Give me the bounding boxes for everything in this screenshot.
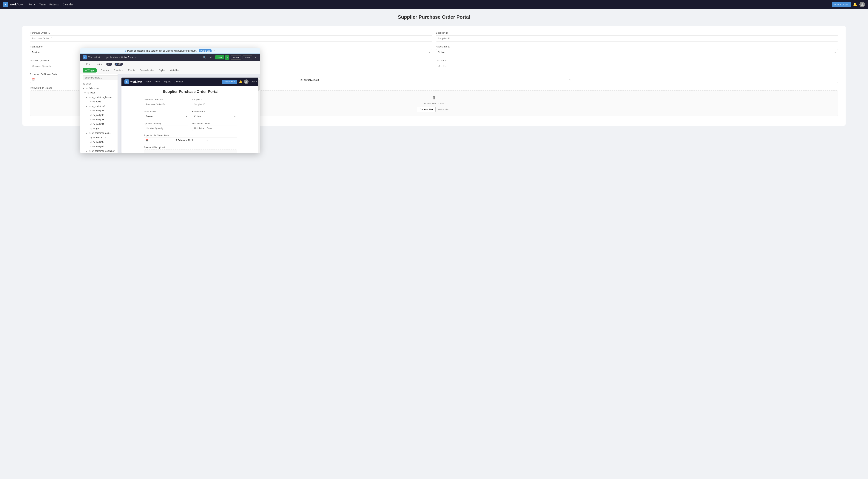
raw-material-label: Raw Material [436,45,838,48]
tree-label-widget1: w_widget1 [93,109,104,112]
purchase-order-id-input[interactable] [30,35,432,41]
container9-icon: ⊞ [88,104,91,108]
menu-button[interactable]: ≡ [254,55,257,60]
unit-price-input[interactable] [436,63,838,69]
outer-page-title: Supplier Purchase Order Portal [0,9,868,24]
tree-label-widget2: w_widget2 [93,114,104,116]
tree-item-w-widget6[interactable]: </> w_widget6 [80,144,118,149]
inner-nav-right: + New Order 🔔 1924 ▾ [222,80,257,84]
inner-updated-quantity-input[interactable] [144,126,189,131]
inner-unit-price-group: Unit Price in Euro [192,122,237,131]
arrow-header: ▼ [86,96,88,98]
inner-bell-icon[interactable]: 🔔 [239,80,242,83]
builder-tabs: ⊞ Widget Queries Functions Events Depend… [80,67,260,74]
container-icon: ⊞ [85,87,88,90]
info-icon: ℹ [125,50,126,52]
breadcrumb-item-2[interactable]: public slate [106,56,118,59]
nav-link-calendar[interactable]: Calendar [63,3,73,6]
inner-supplier-id-input[interactable] [192,102,237,107]
favorite-icon[interactable]: ☆ [134,56,136,59]
version-num: 1 [110,63,111,65]
share-button[interactable]: Share [243,55,252,59]
builder-window: ℹ Public application: This version can b… [80,48,260,153]
breadcrumb-item-1[interactable]: Titan Industri... [88,56,103,59]
nav-link-team[interactable]: Team [39,3,45,6]
tab-events[interactable]: Events [126,67,137,73]
inner-file-upload-area: ⬆ Browse file to upload Choose File No f… [144,150,237,153]
supplier-id-input[interactable] [436,35,838,41]
help-menu-button[interactable]: Help ▾ [94,62,104,66]
inner-plant-name-select[interactable]: Boston [144,114,189,119]
builder-body: CANVAS ▶ ⊞ fullscreen ▼ ⊞ body [80,74,260,153]
bell-icon[interactable]: 🔔 [853,2,857,6]
inner-nav-calendar[interactable]: Calendar [174,80,183,83]
settings-button[interactable]: ⚙ [209,55,214,60]
inner-new-order-button[interactable]: + New Order [222,80,237,84]
search-button[interactable]: 🔍 [202,55,208,60]
tree-item-w-gap[interactable]: ⊞ w_gap [80,126,118,131]
scrollbar-track[interactable] [258,78,260,153]
arrow-body: ▼ [84,92,87,94]
search-container [80,74,118,82]
tree-item-body[interactable]: ▼ ⊞ body [80,90,118,95]
widget-search-input[interactable] [83,75,118,80]
tree-item-w-text1[interactable]: </> w_text1 [80,99,118,104]
widget-toggle-button[interactable]: ⊞ Widget [83,68,97,72]
public-app-banner: ℹ Public application: This version can b… [80,48,260,54]
tab-variables[interactable]: Variables [168,67,181,73]
inner-logo: workflow [124,80,142,84]
banner-close-button[interactable]: × [214,49,215,52]
tree-item-w-container-acti[interactable]: ▼ ⊞ w_container_acti... [80,131,118,135]
tab-styles[interactable]: Styles [157,67,167,73]
builder-topbar: T Titan Industri... › public slate › Ord… [80,54,260,61]
tree-item-w-widget1[interactable]: </> w_widget1 [80,109,118,113]
logo-icon [3,2,8,7]
inner-date-value: 2 February, 2023 [176,139,205,142]
outer-navbar: workflow Portal Team Projects Calendar +… [0,0,868,9]
unit-price-label: Unit Price [436,59,838,62]
tree-item-w-container9[interactable]: ▼ ⊞ w_container9 [80,104,118,109]
tree-item-w-container-header[interactable]: ▼ ⊞ w_container_header [80,95,118,99]
file-menu-button[interactable]: File ▾ [83,62,92,66]
new-order-button[interactable]: + New Order [832,2,851,7]
avatar[interactable] [859,2,865,7]
tab-dependencies[interactable]: Dependencies [137,67,156,73]
tree-item-w-widget5[interactable]: </> w_widget5 [80,140,118,144]
inner-date-field[interactable]: 📅 2 February, 2023 × [144,138,237,143]
raw-material-select[interactable]: Cotton [436,49,838,55]
inner-purchase-order-input[interactable] [144,102,189,107]
nav-link-portal[interactable]: Portal [29,3,35,6]
inner-form-row-4: Expected Fulfilment Date 📅 2 February, 2… [144,134,237,143]
inner-nav-portal[interactable]: Portal [146,80,151,83]
inner-nav-team[interactable]: Team [154,80,160,83]
tree-item-w-widget2[interactable]: </> w_widget2 [80,113,118,117]
choose-file-button[interactable]: Choose File [417,107,435,112]
svg-marker-0 [5,4,6,5]
tab-functions[interactable]: Functions [111,67,125,73]
tree-item-w-widget4[interactable]: </> w_widget4 [80,122,118,126]
topbar-right: 🔍 ⚙ Save ▾ View ▶ Share ≡ [202,55,257,60]
save-dropdown-button[interactable]: ▾ [225,55,229,60]
inner-avatar[interactable] [244,80,249,84]
tree-item-fullscreen[interactable]: ▶ ⊞ fullscreen [80,86,118,90]
tree-item-w-container-container[interactable]: ▼ ⊞ w_container_container [80,149,118,153]
view-button[interactable]: View ▶ [230,55,241,60]
tree-item-w-button-ne[interactable]: ◉ w_button_ne... [80,135,118,140]
nav-link-projects[interactable]: Projects [49,3,59,6]
inner-nav-projects[interactable]: Projects [163,80,171,83]
breadcrumb-item-3[interactable]: Order Form [121,56,133,59]
inner-raw-material-select[interactable]: Cotton [192,114,237,119]
inner-purchase-order-group: Purchase Order ID [144,98,189,107]
save-button[interactable]: Save [215,55,224,59]
date-clear-button[interactable]: × [569,78,836,81]
breadcrumb: Titan Industri... › public slate › Order… [88,56,133,59]
form-row-1: Purchase Order ID Supplier ID [30,31,838,41]
inner-unit-price-label: Unit Price in Euro [192,122,237,125]
inner-unit-price-input[interactable] [192,126,237,131]
unit-price-group: Unit Price [436,59,838,69]
acti-icon: ⊞ [88,131,91,134]
tab-queries[interactable]: Queries [98,67,111,73]
inner-form-row-2: Plant Name Boston Raw Material Cott [144,110,237,119]
tree-item-w-widget3[interactable]: </> w_widget3 [80,117,118,122]
inner-date-clear-button[interactable]: × [206,139,236,142]
